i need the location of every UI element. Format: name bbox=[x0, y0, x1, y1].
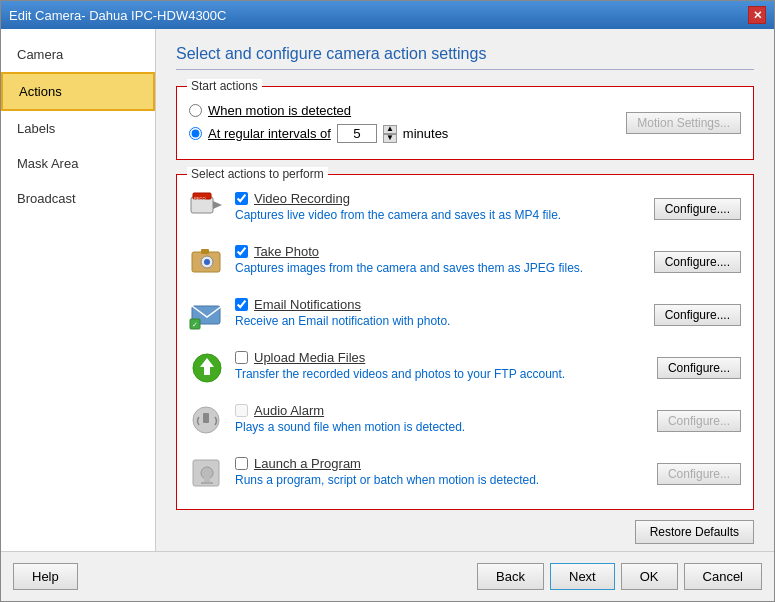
video-recording-title-row: Video Recording bbox=[235, 191, 644, 206]
take-photo-title-row: Take Photo bbox=[235, 244, 644, 259]
help-button[interactable]: Help bbox=[13, 563, 78, 590]
back-button[interactable]: Back bbox=[477, 563, 544, 590]
select-actions-legend: Select actions to perform bbox=[187, 167, 328, 181]
sidebar-item-actions[interactable]: Actions bbox=[1, 72, 155, 111]
svg-text:✓: ✓ bbox=[192, 321, 198, 328]
take-photo-content: Take Photo Captures images from the came… bbox=[235, 244, 644, 275]
action-row-email: ✓ Email Notifications Receive an Email n… bbox=[189, 289, 741, 342]
interval-unit: minutes bbox=[403, 126, 449, 141]
interval-input[interactable] bbox=[337, 124, 377, 143]
audio-alarm-content: Audio Alarm Plays a sound file when moti… bbox=[235, 403, 647, 434]
interval-label: At regular intervals of bbox=[208, 126, 331, 141]
email-notifications-content: Email Notifications Receive an Email not… bbox=[235, 297, 644, 328]
upload-media-content: Upload Media Files Transfer the recorded… bbox=[235, 350, 647, 381]
video-recording-title: Video Recording bbox=[254, 191, 350, 206]
launch-title: Launch a Program bbox=[254, 456, 361, 471]
bottom-right: Back Next OK Cancel bbox=[477, 563, 762, 590]
action-row-photo: Take Photo Captures images from the came… bbox=[189, 236, 741, 289]
start-actions-radios: When motion is detected At regular inter… bbox=[189, 97, 626, 149]
audio-title-row: Audio Alarm bbox=[235, 403, 647, 418]
action-row-audio: Audio Alarm Plays a sound file when moti… bbox=[189, 395, 741, 448]
svg-rect-14 bbox=[203, 413, 209, 423]
video-recording-icon: RECO bbox=[189, 191, 225, 227]
sidebar-item-mask-area[interactable]: Mask Area bbox=[1, 146, 155, 181]
next-button[interactable]: Next bbox=[550, 563, 615, 590]
window: Edit Camera- Dahua IPC-HDW4300C ✕ Camera… bbox=[0, 0, 775, 602]
upload-media-checkbox[interactable] bbox=[235, 351, 248, 364]
take-photo-icon bbox=[189, 244, 225, 280]
action-row-launch: Launch a Program Runs a program, script … bbox=[189, 448, 741, 501]
main-panel: Select and configure camera action setti… bbox=[156, 29, 774, 551]
bottom-left: Help bbox=[13, 563, 78, 590]
motion-settings-button[interactable]: Motion Settings... bbox=[626, 112, 741, 134]
spinner-down[interactable]: ▼ bbox=[383, 134, 397, 143]
svg-rect-7 bbox=[201, 249, 209, 254]
upload-configure-btn[interactable]: Configure... bbox=[657, 357, 741, 379]
upload-title: Upload Media Files bbox=[254, 350, 365, 365]
launch-program-icon bbox=[189, 456, 225, 492]
email-icon: ✓ bbox=[189, 297, 225, 333]
video-recording-desc: Captures live video from the camera and … bbox=[235, 208, 644, 222]
svg-point-6 bbox=[204, 259, 210, 265]
interval-spinner: ▲ ▼ bbox=[383, 125, 397, 143]
close-button[interactable]: ✕ bbox=[748, 6, 766, 24]
sidebar-item-labels[interactable]: Labels bbox=[1, 111, 155, 146]
take-photo-configure-btn[interactable]: Configure.... bbox=[654, 251, 741, 273]
audio-title: Audio Alarm bbox=[254, 403, 324, 418]
interval-row: At regular intervals of ▲ ▼ minutes bbox=[189, 124, 626, 143]
start-actions-legend: Start actions bbox=[187, 79, 262, 93]
window-title: Edit Camera- Dahua IPC-HDW4300C bbox=[9, 8, 226, 23]
audio-alarm-checkbox[interactable] bbox=[235, 404, 248, 417]
audio-configure-btn[interactable]: Configure... bbox=[657, 410, 741, 432]
audio-alarm-icon bbox=[189, 403, 225, 439]
email-configure-btn[interactable]: Configure.... bbox=[654, 304, 741, 326]
audio-desc: Plays a sound file when motion is detect… bbox=[235, 420, 647, 434]
video-recording-configure-btn[interactable]: Configure.... bbox=[654, 198, 741, 220]
cancel-button[interactable]: Cancel bbox=[684, 563, 762, 590]
video-recording-content: Video Recording Captures live video from… bbox=[235, 191, 644, 222]
bottom-bar: Help Back Next OK Cancel bbox=[1, 551, 774, 601]
upload-desc: Transfer the recorded videos and photos … bbox=[235, 367, 647, 381]
sidebar-item-camera[interactable]: Camera bbox=[1, 37, 155, 72]
email-notifications-checkbox[interactable] bbox=[235, 298, 248, 311]
email-desc: Receive an Email notification with photo… bbox=[235, 314, 644, 328]
action-row-video: RECO Video Recording Captures live video… bbox=[189, 183, 741, 236]
content-area: Camera Actions Labels Mask Area Broadcas… bbox=[1, 29, 774, 551]
select-actions-section: Select actions to perform RECO bbox=[176, 174, 754, 510]
take-photo-title: Take Photo bbox=[254, 244, 319, 259]
email-title-row: Email Notifications bbox=[235, 297, 644, 312]
start-actions-content: When motion is detected At regular inter… bbox=[189, 97, 741, 149]
launch-title-row: Launch a Program bbox=[235, 456, 647, 471]
svg-rect-18 bbox=[201, 482, 213, 484]
launch-desc: Runs a program, script or batch when mot… bbox=[235, 473, 647, 487]
page-title: Select and configure camera action setti… bbox=[176, 45, 754, 70]
launch-configure-btn[interactable]: Configure... bbox=[657, 463, 741, 485]
upload-title-row: Upload Media Files bbox=[235, 350, 647, 365]
motion-detected-radio[interactable] bbox=[189, 104, 202, 117]
launch-program-content: Launch a Program Runs a program, script … bbox=[235, 456, 647, 487]
sidebar: Camera Actions Labels Mask Area Broadcas… bbox=[1, 29, 156, 551]
action-row-upload: Upload Media Files Transfer the recorded… bbox=[189, 342, 741, 395]
ok-button[interactable]: OK bbox=[621, 563, 678, 590]
video-recording-checkbox[interactable] bbox=[235, 192, 248, 205]
sidebar-item-broadcast[interactable]: Broadcast bbox=[1, 181, 155, 216]
email-title: Email Notifications bbox=[254, 297, 361, 312]
restore-row: Restore Defaults bbox=[176, 520, 754, 544]
restore-defaults-button[interactable]: Restore Defaults bbox=[635, 520, 754, 544]
upload-icon bbox=[189, 350, 225, 386]
motion-detected-row: When motion is detected bbox=[189, 103, 626, 118]
start-actions-section: Start actions When motion is detected At… bbox=[176, 86, 754, 160]
take-photo-desc: Captures images from the camera and save… bbox=[235, 261, 644, 275]
motion-detected-label: When motion is detected bbox=[208, 103, 351, 118]
svg-point-16 bbox=[201, 467, 213, 479]
take-photo-checkbox[interactable] bbox=[235, 245, 248, 258]
interval-radio[interactable] bbox=[189, 127, 202, 140]
launch-program-checkbox[interactable] bbox=[235, 457, 248, 470]
svg-rect-17 bbox=[204, 478, 210, 482]
title-bar: Edit Camera- Dahua IPC-HDW4300C ✕ bbox=[1, 1, 774, 29]
svg-text:RECO: RECO bbox=[194, 196, 206, 201]
svg-marker-3 bbox=[213, 201, 222, 209]
